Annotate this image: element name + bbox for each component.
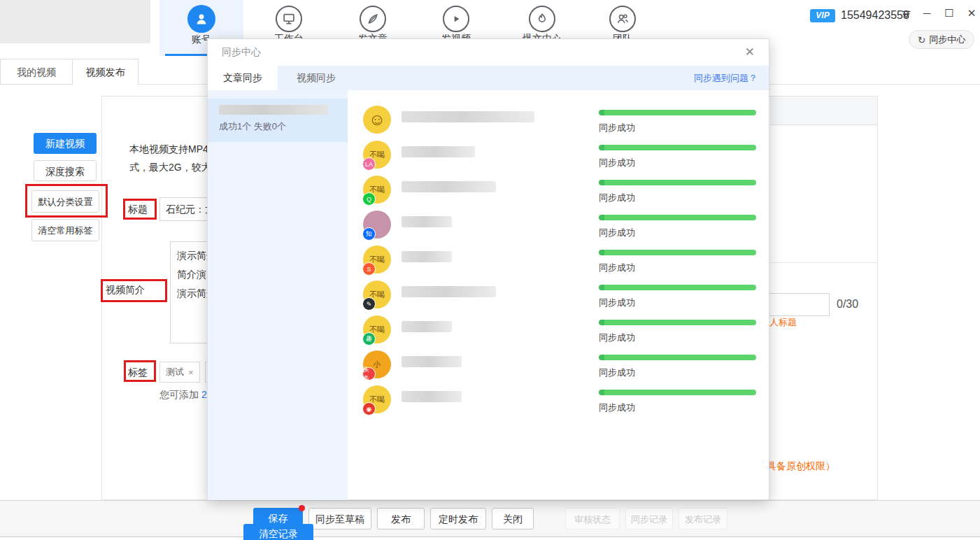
progress-bar	[599, 320, 756, 325]
tag-chip-test[interactable]: 测试 ×	[159, 362, 200, 383]
blurred-task-title	[219, 105, 328, 115]
account-dropdown-icon[interactable]	[901, 10, 911, 22]
sync-status-text: 同步成功	[599, 262, 756, 274]
progress-bar	[599, 355, 756, 360]
sync-task-item-selected[interactable]: 成功1个 失败0个	[208, 99, 348, 142]
sync-result-row: 不喝 Q 同步成功	[363, 176, 770, 204]
avatar: 不喝 ✎	[363, 280, 391, 308]
sync-help-link[interactable]: 同步遇到问题？	[694, 66, 758, 90]
save-button-label: 保存	[269, 513, 288, 524]
sync-list: ☺ 同步成功 不喝 LA 同步成功 不喝 Q 同步成功	[348, 90, 770, 500]
sync-progress: 同步成功	[599, 355, 756, 379]
sync-center-button[interactable]: ↻ 同步中心	[909, 30, 974, 49]
sync-result-row: 不喝 ◉ 同步成功	[363, 385, 770, 413]
sync-progress: 同步成功	[599, 250, 756, 274]
avatar: 知	[363, 211, 391, 239]
task-result-summary: 成功1个 失败0个	[219, 120, 348, 133]
publish-record-button[interactable]: 发布记录	[679, 508, 727, 530]
tab-my-videos[interactable]: 我的视频	[0, 59, 73, 85]
avatar: 不喝 S	[363, 246, 391, 273]
window-maximize-button[interactable]: ☐	[942, 7, 957, 20]
platform-badge: Q	[362, 192, 376, 206]
sync-center-dialog: 同步中心 ✕ 文章同步 视频同步 同步遇到问题？ 成功1个 失败0个 清空记录 …	[207, 38, 769, 500]
avatar: 小 头条	[363, 350, 391, 378]
sync-status-text: 同步成功	[599, 297, 756, 309]
tab-video-publish[interactable]: 视频发布	[72, 59, 139, 85]
annotation-box-default-category	[25, 184, 108, 218]
fire-icon	[529, 6, 555, 32]
sync-task-sidebar: 成功1个 失败0个 清空记录	[208, 90, 348, 500]
title-char-counter: 0/30	[837, 298, 858, 311]
blurred-account-name	[402, 356, 462, 367]
sync-progress: 同步成功	[599, 145, 756, 169]
platform-badge: S	[362, 262, 376, 276]
progress-bar	[599, 145, 756, 150]
blurred-account-name	[402, 111, 534, 122]
blurred-account-name	[402, 216, 452, 227]
avatar: 不喝 趣	[363, 315, 391, 343]
platform-badge: ◉	[362, 402, 376, 415]
tag-remove-icon[interactable]: ×	[188, 367, 194, 378]
sync-result-row: ☺ 同步成功	[363, 106, 770, 134]
avatar: 不喝 LA	[363, 141, 391, 169]
platform-badge: LA	[362, 157, 376, 171]
sync-status-text: 同步成功	[599, 192, 756, 204]
tags-hint: 您可添加 2~	[159, 389, 213, 402]
title-warning-text: 人标题	[769, 316, 797, 329]
preview-panel-divider	[770, 262, 877, 263]
vip-badge: VIP	[810, 9, 835, 22]
tab-video-sync[interactable]: 视频同步	[285, 66, 348, 90]
avatar: 不喝 ◉	[363, 385, 391, 413]
avatar: ☺	[363, 106, 391, 134]
sync-progress: 同步成功	[599, 390, 756, 414]
preview-panel-header	[770, 97, 877, 125]
sync-result-row: 小 头条 同步成功	[363, 350, 770, 378]
progress-bar	[599, 390, 756, 395]
app-window: 账号 工作台 发文章 发视频 爆文中心 团队 VIP 15549423558	[0, 0, 980, 540]
upload-hint-line1: 本地视频支持MP4	[129, 140, 211, 158]
window-close-button[interactable]: ✕	[964, 7, 979, 20]
progress-bar	[599, 250, 756, 255]
dialog-close-icon[interactable]: ✕	[745, 45, 755, 59]
sync-progress: 同步成功	[599, 320, 756, 344]
sync-status-text: 同步成功	[599, 367, 756, 379]
save-notification-dot	[299, 505, 305, 511]
platform-badge: ✎	[362, 297, 376, 311]
sync-center-button-label: 同步中心	[929, 34, 965, 46]
schedule-publish-button[interactable]: 定时发布	[430, 508, 486, 530]
blurred-account-name	[402, 286, 496, 297]
publish-button[interactable]: 发布	[377, 508, 425, 530]
review-status-button[interactable]: 审核状态	[565, 508, 620, 530]
tags-hint-text: 您可添加	[159, 389, 201, 400]
sync-record-button[interactable]: 同步记录	[625, 508, 673, 530]
monitor-icon	[276, 6, 302, 32]
new-video-button[interactable]: 新建视频	[34, 133, 97, 154]
deep-search-button[interactable]: 深度搜索	[34, 160, 97, 181]
blurred-account-name	[402, 251, 452, 262]
avatar: 不喝 Q	[363, 176, 391, 204]
close-button[interactable]: 关闭	[492, 508, 534, 530]
sync-progress: 同步成功	[599, 180, 756, 204]
refresh-icon: ↻	[918, 34, 926, 45]
platform-badge: 趣	[362, 332, 376, 346]
sync-to-draft-button[interactable]: 同步至草稿	[308, 508, 371, 530]
footer-action-bar	[0, 500, 980, 537]
original-rights-warning-text: 具备原创权限）	[767, 460, 835, 473]
sync-progress: 同步成功	[599, 215, 756, 239]
clear-common-tags-button[interactable]: 清空常用标签	[31, 219, 99, 241]
blurred-account-name	[402, 181, 496, 192]
tab-article-sync[interactable]: 文章同步	[208, 66, 278, 90]
sync-result-row: 不喝 LA 同步成功	[363, 141, 770, 169]
sync-progress: 同步成功	[599, 285, 756, 309]
avatar-face-icon: ☺	[369, 111, 386, 128]
window-minimize-button[interactable]: ─	[919, 7, 935, 19]
blurred-account-name	[402, 321, 452, 332]
app-logo-blurred	[0, 0, 150, 43]
progress-bar	[599, 110, 756, 115]
platform-badge: 知	[362, 227, 376, 241]
sync-status-text: 同步成功	[599, 332, 756, 344]
sync-result-row: 不喝 趣 同步成功	[363, 315, 770, 343]
dialog-tab-bar: 文章同步 视频同步 同步遇到问题？	[208, 66, 769, 90]
feather-icon	[360, 6, 386, 32]
clear-records-button[interactable]: 清空记录	[243, 524, 313, 540]
